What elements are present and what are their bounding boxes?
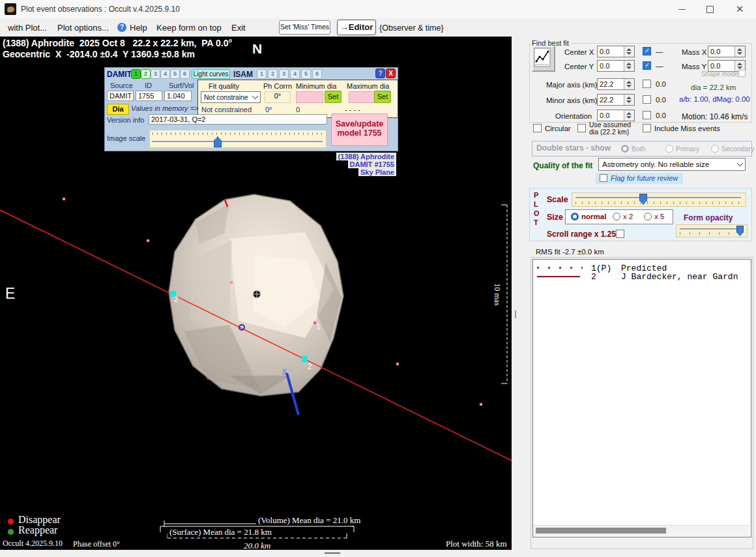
save-line2: model 1755 — [332, 128, 387, 138]
version-info-field[interactable]: 2017-03-31, Q=2 — [149, 114, 327, 125]
vertical-splitter-grip[interactable] — [515, 310, 516, 318]
minimize-button[interactable] — [673, 3, 692, 16]
maximize-button[interactable] — [700, 3, 720, 16]
min-dia-field[interactable] — [296, 91, 323, 103]
menu-plot-options[interactable]: Plot options... — [57, 23, 109, 33]
id-field[interactable]: 1755 — [136, 91, 162, 101]
major-axis-checkbox[interactable] — [643, 80, 651, 88]
dia-button[interactable]: Dia — [107, 104, 129, 115]
light-curves-button[interactable]: Light curves — [192, 69, 230, 79]
max-dia-field[interactable] — [349, 91, 375, 103]
spinner-arrows-icon[interactable] — [624, 46, 634, 57]
motion-info-label: Motion: 10.46 km/s — [682, 112, 748, 121]
flag-review-checkbox[interactable] — [600, 174, 607, 182]
damit-tab-6[interactable]: 6 — [180, 69, 190, 79]
source-field[interactable]: DAMIT — [107, 91, 134, 101]
form-opacity-slider[interactable] — [676, 224, 748, 237]
horizontal-splitter-grip[interactable] — [325, 552, 340, 554]
minor-axis-value: 22.2 — [600, 96, 613, 104]
set-miss-times-button[interactable]: Set 'Miss' Times — [279, 20, 330, 35]
mass-y-value: 0.0 — [710, 62, 720, 70]
both-radio[interactable] — [621, 145, 629, 153]
image-scale-slider[interactable] — [149, 130, 327, 148]
center-x-spinner[interactable]: 0.0 — [597, 46, 635, 57]
size-x2-radio[interactable] — [613, 213, 620, 220]
observer-time-button[interactable]: {Observer & time} — [379, 23, 444, 33]
isam-tab-2[interactable]: 2 — [268, 69, 278, 79]
max-dia-set-button[interactable]: Set — [374, 91, 391, 103]
isam-tab-6[interactable]: 6 — [312, 69, 322, 79]
center-x-checkbox[interactable] — [643, 47, 651, 55]
minor-axis-checkbox[interactable] — [643, 95, 651, 104]
secondary-radio[interactable] — [711, 145, 719, 153]
size-normal-radio[interactable] — [571, 213, 579, 220]
center-y-checkbox[interactable] — [643, 61, 651, 70]
observation-row[interactable]: 1(P) Predicted — [533, 263, 749, 273]
plot-letter-l: L — [534, 200, 538, 208]
size-x5-radio[interactable] — [644, 213, 652, 220]
mass-x-spinner[interactable]: 0.0 — [708, 46, 746, 57]
damit-tab-1[interactable]: 1 — [131, 69, 141, 79]
scrollbar-thumb[interactable] — [536, 528, 666, 534]
north-label: N — [252, 41, 262, 57]
image-scale-thumb[interactable] — [214, 136, 222, 147]
isam-tab-1[interactable]: 1 — [257, 69, 267, 79]
orientation-spinner[interactable]: 0.0 — [597, 110, 635, 121]
minor-axis-spinner[interactable]: 22.2 — [597, 94, 635, 106]
save-update-model-button[interactable]: Save/update model 1755 — [331, 113, 388, 146]
spinner-arrows-icon[interactable] — [624, 61, 634, 71]
scale-slider[interactable] — [572, 192, 746, 207]
observation-row[interactable]: 2 J Bardecker, near Gardn — [533, 272, 749, 281]
min-dia-set-button[interactable]: Set — [325, 91, 342, 103]
menu-bar: with Plot... Plot options... ? Help Keep… — [0, 18, 756, 37]
fit-quality-dropdown[interactable]: Not constraine — [201, 91, 261, 103]
damit-tab-4[interactable]: 4 — [160, 69, 170, 79]
damit-tab-5[interactable]: 5 — [170, 69, 180, 79]
menu-with-plot[interactable]: with Plot... — [8, 23, 47, 33]
isam-tab-3[interactable]: 3 — [279, 69, 289, 79]
spinner-arrows-icon[interactable] — [624, 95, 634, 105]
spinner-arrows-icon[interactable] — [624, 110, 634, 121]
damit-tab-3[interactable]: 3 — [151, 69, 160, 79]
spinner-arrows-icon[interactable] — [734, 46, 745, 57]
version-info-label: Version info — [107, 116, 144, 124]
save-line1: Save/update — [332, 119, 387, 128]
major-axis-spinner[interactable]: 22.2 — [597, 78, 635, 90]
help-icon[interactable]: ? — [117, 23, 126, 32]
menu-keep-on-top[interactable]: Keep form on top — [156, 23, 222, 33]
min-dia-header: Minimum dia — [296, 82, 336, 90]
quality-of-fit-dropdown[interactable]: Astrometry only. No reliable size — [598, 158, 746, 171]
observation-listbox[interactable]: 1(P) Predicted 2 J Bardecker, near Gardn — [532, 259, 751, 537]
circular-checkbox[interactable] — [533, 124, 542, 132]
isam-tab-5[interactable]: 5 — [301, 69, 311, 79]
include-miss-checkbox[interactable] — [643, 124, 651, 132]
plot-letter-o: O — [534, 209, 540, 217]
editor-button[interactable]: →Editor — [337, 20, 376, 35]
damit-label: DAMIT — [107, 70, 132, 79]
damit-tab-2[interactable]: 2 — [141, 69, 151, 79]
primary-radio[interactable] — [665, 145, 673, 153]
list-horizontal-scrollbar[interactable] — [533, 525, 749, 536]
menu-help[interactable]: Help — [130, 23, 147, 33]
ph-corr-field[interactable]: 0° — [265, 91, 291, 103]
use-assumed-checkbox[interactable] — [577, 124, 586, 132]
shape-model-checkbox[interactable] — [738, 70, 746, 77]
scroll-range-checkbox[interactable] — [616, 230, 624, 238]
close-button[interactable]: ✕ — [730, 3, 749, 16]
isam-tab-4[interactable]: 4 — [290, 69, 300, 79]
plot-title-line2: Geocentric X -2014.0 ±0.4 Y 1360.9 ±0.8 … — [3, 49, 195, 59]
reappear-marker-2[interactable] — [302, 356, 308, 362]
center-y-spinner[interactable]: 0.0 — [597, 60, 635, 72]
sky-box-line1: (1388) Aphrodite — [336, 153, 396, 160]
menu-exit[interactable]: Exit — [231, 23, 246, 33]
image-scale-groove — [152, 141, 323, 143]
damit-close-button[interactable]: X — [386, 68, 396, 78]
sky-box-line2: DAMIT #1755 — [348, 160, 396, 168]
shape-model-label: Shape model — [701, 70, 740, 78]
orientation-checkbox[interactable] — [643, 111, 651, 119]
circular-label: Circular — [545, 125, 571, 132]
find-best-fit-button[interactable] — [532, 46, 555, 72]
damit-help-button[interactable]: ? — [375, 68, 385, 78]
spinner-arrows-icon[interactable] — [624, 79, 634, 89]
surfvol-field[interactable]: 1.040 — [164, 91, 192, 101]
